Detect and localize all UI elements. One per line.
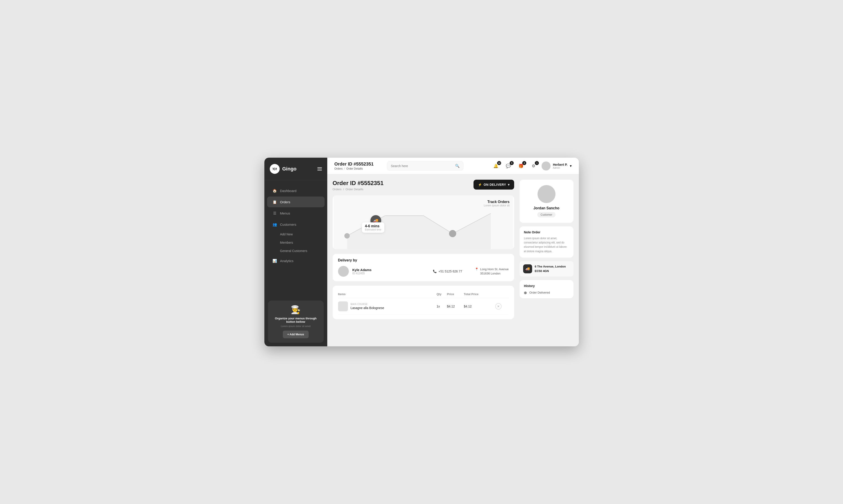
topbar-actions: 🔔12 💬5 🎁2 ⚙1 Herbert P. Admin: [491, 161, 571, 170]
location-icon: 📍: [475, 267, 479, 272]
page-content: Order ID #5552351 Orders / Order Detaill…: [327, 174, 579, 346]
search-bar[interactable]: 🔍: [387, 161, 463, 170]
search-input[interactable]: [391, 164, 453, 168]
sidebar-item-label: Analytics: [280, 259, 293, 263]
customer-badge: Customer: [537, 212, 555, 217]
history-item: Order Delivered: [524, 291, 569, 294]
promo-description: Lorem ipsum dolor sit amet: [272, 325, 319, 327]
history-dot: [524, 291, 527, 294]
customer-address: 6 The Avenue, London EC50 4GN: [535, 264, 570, 273]
sidebar-sub-general-customers[interactable]: General Customers: [267, 247, 325, 255]
main-panel: Order ID #5552351 Orders / Order Detaill…: [333, 180, 514, 341]
chat-badge: 5: [510, 161, 514, 165]
svg-point-2: [344, 233, 350, 238]
history-event: Order Delivered: [530, 291, 550, 294]
items-section: Items Qty Price Total Price: [333, 286, 514, 319]
sidebar-sub-add-new[interactable]: Add New: [267, 230, 325, 238]
status-button[interactable]: ⚡ ON DELIVERY ▾: [473, 180, 514, 190]
col-qty: Qty: [437, 290, 447, 298]
sidebar-item-label: Dashboard: [280, 189, 297, 193]
breadcrumb-parent[interactable]: Orders: [335, 167, 343, 170]
page-header-left: Order ID #5552351 Orders / Order Detaill…: [333, 180, 384, 191]
settings-button[interactable]: ⚙1: [529, 161, 538, 170]
bell-badge: 12: [497, 161, 501, 165]
customer-card: Jordan Sancho Customer: [520, 180, 573, 223]
logo-emoji: 🍽: [273, 167, 277, 172]
sidebar-sub-members[interactable]: Members: [267, 238, 325, 247]
sidebar-promo: 👨‍🍳 Organize your menus through button b…: [268, 301, 324, 343]
note-card: Note Order Lorem ipsum dolor sit amet, c…: [520, 227, 573, 258]
breadcrumb-orders[interactable]: Orders: [333, 187, 342, 191]
user-role: Admin: [553, 166, 568, 169]
sub-item-label: General Customers: [280, 249, 307, 253]
map-card: 🚚 4-6 mins Estimated time Track Orders L…: [333, 195, 514, 249]
promo-title: Organize your menus through button bello…: [272, 317, 319, 323]
item-meta: MAIN COURSE Lasagne alla Bolognese: [351, 303, 384, 310]
address-text: Long Horn St. Avenue 351636 London: [480, 267, 509, 276]
lightning-icon: ⚡: [478, 183, 482, 186]
sub-item-label: Members: [280, 241, 293, 245]
item-remove: ✕: [495, 298, 509, 315]
settings-badge: 1: [535, 161, 539, 165]
sidebar-item-menus[interactable]: ☰ Menus: [267, 208, 325, 218]
notification-chat-button[interactable]: 💬5: [504, 161, 513, 170]
sidebar-nav: 🏠 Dashboard 📋 Orders ☰ Menus 👥 Customers…: [264, 180, 327, 297]
sidebar-item-customers[interactable]: 👥 Customers: [267, 219, 325, 230]
status-label: ON DELIVERY: [484, 183, 506, 186]
topbar-title-area: Order ID #5552351 Orders / Order Detaill…: [335, 161, 374, 170]
address-line1: Long Horn St. Avenue: [480, 268, 509, 271]
col-total: Total Price: [464, 290, 495, 298]
chevron-down-icon: ▾: [570, 164, 572, 168]
topbar-breadcrumb: Orders / Order Detaills: [335, 167, 374, 170]
item-cell: MAIN COURSE Lasagne alla Bolognese: [338, 298, 437, 315]
page-breadcrumb: Orders / Order Detaills: [333, 187, 384, 191]
phone-number: +51 5125 626 77: [438, 270, 462, 273]
track-label: Track Orders Lorem ipsum dolor sit: [484, 200, 510, 207]
notification-bell-button[interactable]: 🔔12: [491, 161, 500, 170]
col-price: Price: [447, 290, 464, 298]
sidebar-item-orders[interactable]: 📋 Orders: [267, 197, 325, 207]
col-items: Items: [338, 290, 437, 298]
user-name: Herbert P.: [553, 163, 568, 166]
driver-id: ID 412455: [353, 272, 372, 275]
search-icon: 🔍: [455, 164, 460, 168]
col-action: [495, 290, 509, 298]
delivery-row: Kyle Adams ID 412455 📞 +51 5125 626 77 📍…: [338, 266, 509, 277]
dashboard-icon: 🏠: [272, 188, 277, 193]
right-panel: Jordan Sancho Customer Note Order Lorem …: [520, 180, 573, 341]
breadcrumb-current: Order Detaills: [346, 167, 363, 170]
remove-item-button[interactable]: ✕: [495, 303, 502, 309]
table-row: MAIN COURSE Lasagne alla Bolognese 1x $4…: [338, 298, 509, 315]
main-content: Order ID #5552351 Orders / Order Detaill…: [327, 158, 579, 346]
promo-icon: 👨‍🍳: [272, 305, 319, 314]
customer-name: Jordan Sancho: [534, 206, 559, 210]
hamburger-icon[interactable]: [317, 167, 322, 170]
sidebar-item-dashboard[interactable]: 🏠 Dashboard: [267, 185, 325, 196]
sidebar-item-label: Orders: [280, 200, 290, 204]
user-area[interactable]: Herbert P. Admin ▾: [541, 161, 571, 170]
sidebar: 🍽 Gingo 🏠 Dashboard 📋 Orders ☰ Menus 👥: [264, 158, 327, 346]
address-icon: 🚚: [523, 264, 532, 273]
logo-icon: 🍽: [270, 164, 280, 174]
item-thumbnail: [338, 301, 348, 311]
delivery-label: Delivery by: [338, 258, 509, 262]
gift-badge: 2: [522, 161, 526, 165]
orders-icon: 📋: [272, 200, 277, 204]
address-line2: 351636 London: [480, 272, 500, 275]
sidebar-logo: 🍽 Gingo: [264, 158, 327, 180]
customer-avatar: [538, 185, 555, 203]
user-avatar: [541, 161, 551, 170]
notification-gift-button[interactable]: 🎁2: [516, 161, 525, 170]
add-menus-button[interactable]: + Add Menus: [283, 330, 309, 338]
app-name: Gingo: [282, 166, 297, 172]
item-price: $4.12: [447, 298, 464, 315]
driver-name: Kyle Adams: [353, 268, 372, 272]
item-category: MAIN COURSE: [351, 303, 384, 305]
history-section: History Order Delivered: [520, 280, 573, 298]
sidebar-item-analytics[interactable]: 📊 Analytics: [267, 255, 325, 266]
history-title: History: [524, 284, 569, 288]
sidebar-item-label: Menus: [280, 211, 290, 215]
customers-icon: 👥: [272, 222, 277, 227]
track-title: Track Orders: [484, 200, 510, 204]
page-header: Order ID #5552351 Orders / Order Detaill…: [333, 180, 514, 191]
